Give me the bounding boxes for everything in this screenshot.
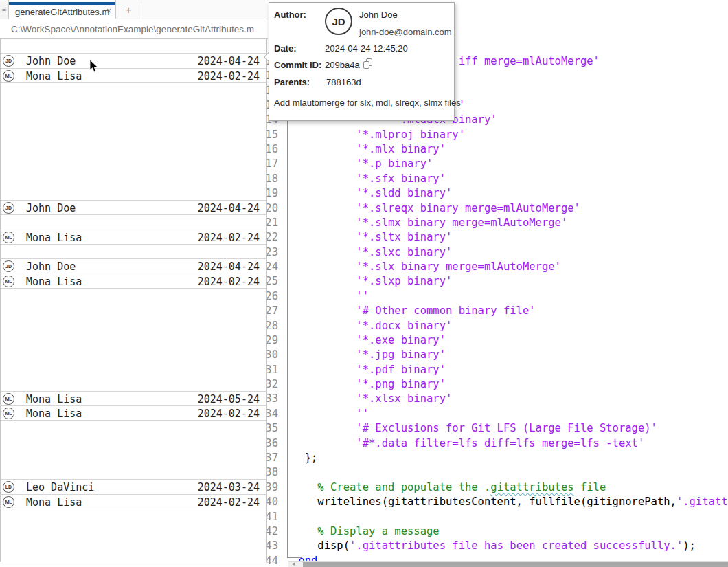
blame-commit-date: 2024-04-24 xyxy=(198,202,260,214)
code-segment: file xyxy=(574,481,606,493)
parents-label: Parents: xyxy=(274,77,310,87)
code-line: '*.docx binary' xyxy=(292,319,452,333)
code-segment: '*.png binary' xyxy=(292,378,446,390)
blame-author-name: Mona Lisa xyxy=(26,70,82,82)
blame-row[interactable]: MLMona Lisa2024-02-24 xyxy=(1,274,266,289)
blame-row[interactable]: MLMona Lisa2024-02-24 xyxy=(1,68,266,83)
blame-author-name: John Doe xyxy=(26,55,76,67)
scrollbar-thumb[interactable] xyxy=(303,562,728,567)
code-segment: '*.slxc binary' xyxy=(292,246,452,258)
blame-row[interactable]: JDJohn Doe2024-04-24 xyxy=(1,258,266,274)
blame-row[interactable]: LDLeo DaVinci2024-03-24 xyxy=(1,479,266,494)
author-name: John Doe xyxy=(359,10,398,20)
code-segment: '*.exe binary' xyxy=(292,334,446,346)
code-line: '*.slxc binary' xyxy=(292,245,452,260)
blame-row[interactable]: MLMona Lisa2024-02-24 xyxy=(1,405,266,421)
commit-message: Add mlautomerge for slx, mdl, slreqx, sl… xyxy=(274,98,461,108)
code-line: '*.slreqx binary merge=mlAutoMerge' xyxy=(292,201,580,216)
blame-row[interactable]: JDJohn Doe2024-04-24 xyxy=(1,53,266,68)
author-avatar-icon: ML xyxy=(3,408,14,419)
author-avatar-icon: JD xyxy=(3,55,14,67)
blame-commit-date: 2024-04-24 xyxy=(198,55,260,67)
code-line: '' xyxy=(292,289,369,304)
author-avatar-icon: JD xyxy=(3,260,14,272)
code-line: disp('.gitattributes file has been creat… xyxy=(292,539,696,553)
blame-row[interactable]: MLMona Lisa2024-05-24 xyxy=(1,391,266,406)
code-segment: disp( xyxy=(292,540,350,552)
blame-author-name: Leo DaVinci xyxy=(26,481,94,493)
function-scope-line-end xyxy=(287,557,302,558)
author-email: john-doe@domain.com xyxy=(359,27,452,37)
blame-author-name: Mona Lisa xyxy=(26,393,82,405)
code-line: % Create and populate the .gitattributes… xyxy=(292,480,606,495)
file-path: C:\WorkSpace\AnnotationExample\generateG… xyxy=(11,24,254,34)
blame-commit-date: 2024-02-24 xyxy=(198,70,260,82)
code-segment: '*.pdf binary' xyxy=(292,364,446,376)
blame-author-name: Mona Lisa xyxy=(26,276,82,288)
code-segment: gitattributes xyxy=(490,481,573,493)
code-segment: '*.mlx binary' xyxy=(292,143,446,155)
code-line: '*.mlproj binary' xyxy=(292,128,465,142)
blame-row[interactable]: MLMona Lisa2024-02-24 xyxy=(1,230,266,245)
code-segment: '# Exclusions for Git LFS (Large File St… xyxy=(292,422,657,434)
git-blame-panel: JDJohn Doe2024-04-24MLMona Lisa2024-02-2… xyxy=(0,39,267,562)
code-segment: '*.p binary' xyxy=(292,157,433,170)
scroll-left-arrow-icon[interactable]: ◄ xyxy=(291,562,296,567)
code-line: '*.jpg binary' xyxy=(292,348,446,362)
tab-close-icon[interactable]: × xyxy=(106,6,111,16)
code-line: '' xyxy=(292,407,369,421)
tab-generategitattributes[interactable]: generateGitAttributes.m × xyxy=(8,0,116,19)
code-segment: '*.mlproj binary' xyxy=(292,129,465,141)
author-avatar-icon: ML xyxy=(3,70,14,82)
code-line: '*.sltx binary' xyxy=(292,230,452,245)
code-line: '*.sfx binary' xyxy=(292,172,446,186)
blame-row[interactable]: JDJohn Doe2024-04-24 xyxy=(1,200,266,215)
blame-author-name: Mona Lisa xyxy=(26,408,82,420)
horizontal-scrollbar[interactable]: ◄ xyxy=(288,561,728,567)
author-avatar-icon: ML xyxy=(3,276,14,287)
blame-author-name: John Doe xyxy=(26,260,76,273)
commit-id-value: 209ba4a xyxy=(325,60,360,70)
code-segment: % Display a message xyxy=(292,525,440,537)
blame-commit-date: 2024-02-24 xyxy=(198,276,260,288)
editor-window: iff merge=mlAutoMerge' ' '*.mldatx binar… xyxy=(0,0,728,567)
active-tab-accent xyxy=(9,2,115,5)
blame-author-name: Mona Lisa xyxy=(26,496,82,509)
copy-commit-id-icon[interactable] xyxy=(363,58,374,69)
code-segment: '#*.data filter=lfs diff=lfs merge=lfs -… xyxy=(292,437,644,449)
code-segment: '.gitattributes file has been created su… xyxy=(350,540,683,552)
blame-commit-date: 2024-02-24 xyxy=(198,496,260,509)
code-line: '# Exclusions for Git LFS (Large File St… xyxy=(292,421,657,436)
blame-author-name: Mona Lisa xyxy=(26,232,82,244)
code-line: '#*.data filter=lfs diff=lfs merge=lfs -… xyxy=(292,436,644,451)
file-path-bar: C:\WorkSpace\AnnotationExample\generateG… xyxy=(0,19,268,39)
code-line: writelines(gitattributesContent, fullfil… xyxy=(292,495,728,509)
code-segment: '*.xlsx binary' xyxy=(292,392,452,405)
code-line: '*.sldd binary' xyxy=(292,186,452,201)
code-segment: '.gitattributes' xyxy=(676,496,728,508)
code-line: '*.p binary' xyxy=(292,157,433,171)
author-avatar: JD xyxy=(325,8,352,35)
code-segment: '*.slmx binary merge=mlAutoMerge' xyxy=(292,216,567,229)
code-line: '*.xlsx binary' xyxy=(292,392,452,406)
author-avatar-icon: ML xyxy=(3,232,14,243)
code-segment: '*.sldd binary' xyxy=(292,187,452,199)
mouse-cursor xyxy=(89,59,100,74)
code-segment: '# Other common binary file' xyxy=(292,304,536,317)
author-avatar-icon: LD xyxy=(3,481,14,493)
blame-row[interactable]: MLMona Lisa2024-02-24 xyxy=(1,494,266,509)
blame-commit-date: 2024-04-24 xyxy=(198,260,260,273)
new-tab-button[interactable]: + xyxy=(116,2,141,19)
code-line: % Display a message xyxy=(292,524,440,539)
commit-details-popup: Author: JD John Doe john-doe@domain.com … xyxy=(269,2,455,121)
code-segment: '*.sfx binary' xyxy=(292,173,446,185)
code-line: '*.slmx binary merge=mlAutoMerge' xyxy=(292,216,567,230)
code-segment: writelines(gitattributesContent, fullfil… xyxy=(292,496,676,508)
parents-value: 788163d xyxy=(326,77,361,87)
author-avatar-icon: JD xyxy=(3,202,14,214)
code-segment: '' xyxy=(292,408,369,420)
tab-bar: ≡ generateGitAttributes.m × + xyxy=(0,0,268,19)
author-avatar-icon: ML xyxy=(3,496,14,508)
date-value: 2024-04-24 12:45:20 xyxy=(325,43,408,54)
code-line: }; xyxy=(292,451,317,465)
